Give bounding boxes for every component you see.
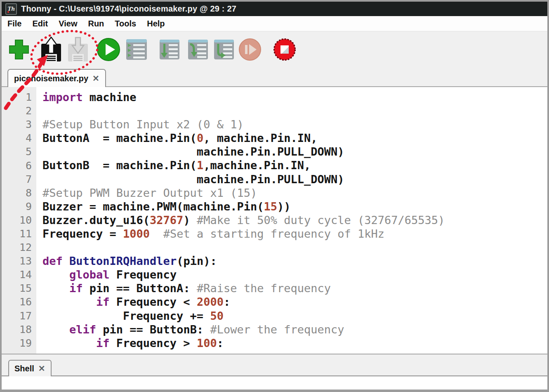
line-number: 1 bbox=[2, 91, 36, 103]
step-over-button[interactable] bbox=[159, 39, 180, 60]
code-line: 13def ButtonIRQHandler(pin): bbox=[2, 254, 547, 268]
menu-item-run[interactable]: Run bbox=[88, 19, 104, 28]
title-bar: Th Thonny - C:\Users\91974\piconoisemake… bbox=[2, 2, 547, 16]
thonny-logo-icon: Th bbox=[5, 3, 17, 15]
code-text: elif pin == ButtonB: #Lower the frequenc… bbox=[36, 323, 344, 336]
code-text: ButtonA = machine.Pin(0, machine.Pin.IN, bbox=[36, 131, 317, 145]
menu-item-tools[interactable]: Tools bbox=[115, 19, 136, 28]
debug-button[interactable] bbox=[125, 38, 148, 61]
code-line: 7 machine.Pin.PULL_DOWN) bbox=[2, 172, 547, 186]
code-text: if Frequency > 100: bbox=[36, 336, 224, 350]
shell-tab-close-icon[interactable]: ✕ bbox=[38, 364, 45, 373]
line-number: 6 bbox=[2, 160, 36, 172]
tab-piconoisemaker[interactable]: piconoisemaker.py ✕ bbox=[7, 69, 106, 87]
line-number: 5 bbox=[2, 146, 36, 158]
stop-button[interactable] bbox=[273, 38, 296, 61]
menu-item-help[interactable]: Help bbox=[147, 19, 165, 28]
code-line: 14 global Frequency bbox=[2, 268, 547, 281]
code-text: def ButtonIRQHandler(pin): bbox=[36, 254, 217, 268]
step-into-button[interactable] bbox=[187, 39, 209, 60]
step-out-button[interactable] bbox=[213, 39, 235, 60]
code-line: 1import machine bbox=[2, 90, 547, 104]
menu-item-edit[interactable]: Edit bbox=[32, 19, 48, 28]
code-line: 3#Setup Button Input x2 (0 & 1) bbox=[2, 118, 547, 131]
code-text: Frequency = 1000 #Set a starting frequen… bbox=[36, 227, 384, 241]
code-text: global Frequency bbox=[36, 268, 177, 281]
step-out-icon bbox=[213, 39, 235, 60]
code-line: 17 Frequency += 50 bbox=[2, 309, 547, 323]
resume-icon bbox=[238, 38, 262, 61]
menu-bar: FileEditViewRunToolsHelp bbox=[2, 16, 547, 31]
code-line: 19 if Frequency > 100: bbox=[2, 336, 547, 350]
save-download-icon bbox=[67, 37, 89, 62]
line-number: 2 bbox=[2, 105, 36, 117]
stop-icon bbox=[273, 38, 296, 61]
code-text: if Frequency < 2000: bbox=[36, 295, 230, 309]
save-file-button[interactable] bbox=[40, 37, 62, 62]
pane-splitter[interactable] bbox=[2, 354, 547, 359]
code-text: Buzzer = machine.PWM(machine.Pin(15)) bbox=[36, 200, 290, 213]
line-number: 18 bbox=[2, 324, 36, 335]
line-number: 14 bbox=[2, 269, 36, 281]
plus-icon bbox=[8, 39, 30, 60]
line-number: 8 bbox=[2, 187, 36, 199]
menu-item-view[interactable]: View bbox=[59, 19, 77, 28]
line-number: 12 bbox=[2, 241, 36, 253]
line-number: 10 bbox=[2, 214, 36, 226]
code-text: #Setup Button Input x2 (0 & 1) bbox=[36, 118, 244, 131]
thonny-window: Th Thonny - C:\Users\91974\piconoisemake… bbox=[0, 0, 549, 392]
step-into-icon bbox=[187, 39, 209, 60]
run-script-button[interactable] bbox=[97, 38, 120, 61]
line-number: 11 bbox=[2, 228, 36, 240]
line-number: 9 bbox=[2, 201, 36, 213]
code-text: Buzzer.duty_u16(32767) #Make it 50% duty… bbox=[36, 213, 445, 227]
code-text: machine.Pin.PULL_DOWN) bbox=[36, 172, 344, 186]
line-number: 4 bbox=[2, 132, 36, 144]
window-title: Thonny - C:\Users\91974\piconoisemaker.p… bbox=[21, 4, 236, 14]
save-all-button[interactable] bbox=[67, 37, 89, 62]
code-text: #Setup PWM Buzzer Output x1 (15) bbox=[36, 186, 257, 200]
play-icon bbox=[97, 38, 120, 61]
code-line: 2 bbox=[2, 104, 547, 118]
resume-button[interactable] bbox=[238, 38, 262, 61]
code-line: 8#Setup PWM Buzzer Output x1 (15) bbox=[2, 186, 547, 200]
code-line: 5 machine.Pin.PULL_DOWN) bbox=[2, 145, 547, 158]
tab-label: piconoisemaker.py bbox=[14, 74, 88, 83]
code-line: 11Frequency = 1000 #Set a starting frequ… bbox=[2, 227, 547, 241]
code-text: import machine bbox=[36, 90, 137, 104]
shell-panel[interactable] bbox=[2, 375, 547, 390]
line-number: 15 bbox=[2, 282, 36, 294]
code-text: if pin == ButtonA: #Raise the frequency bbox=[36, 281, 331, 295]
shell-tab-bar: Shell ✕ bbox=[2, 359, 547, 375]
code-line: 10Buzzer.duty_u16(32767) #Make it 50% du… bbox=[2, 213, 547, 227]
code-line: 12 bbox=[2, 241, 547, 254]
shell-tab-label: Shell bbox=[14, 364, 34, 373]
editor-tab-bar: piconoisemaker.py ✕ bbox=[2, 67, 547, 86]
step-over-icon bbox=[159, 39, 180, 60]
code-text: ButtonB = machine.Pin(1,machine.Pin.IN, bbox=[36, 158, 311, 172]
line-number: 19 bbox=[2, 337, 36, 349]
toolbar bbox=[2, 31, 547, 67]
code-text: Frequency += 50 bbox=[36, 309, 224, 323]
code-text: machine.Pin.PULL_DOWN) bbox=[36, 145, 344, 158]
code-line: 4ButtonA = machine.Pin(0, machine.Pin.IN… bbox=[2, 131, 547, 145]
code-line: 18 elif pin == ButtonB: #Lower the frequ… bbox=[2, 323, 547, 336]
screenshot-stage: Th Thonny - C:\Users\91974\piconoisemake… bbox=[0, 0, 549, 392]
tab-shell[interactable]: Shell ✕ bbox=[8, 360, 52, 376]
save-upload-icon bbox=[40, 37, 62, 62]
menu-item-file[interactable]: File bbox=[7, 19, 21, 28]
tab-close-icon[interactable]: ✕ bbox=[92, 74, 99, 83]
code-line: 9Buzzer = machine.PWM(machine.Pin(15)) bbox=[2, 200, 547, 213]
line-number: 13 bbox=[2, 255, 36, 267]
code-editor[interactable]: 1import machine23#Setup Button Input x2 … bbox=[2, 86, 547, 354]
code-line: 15 if pin == ButtonA: #Raise the frequen… bbox=[2, 281, 547, 295]
line-number: 7 bbox=[2, 173, 36, 185]
line-number: 16 bbox=[2, 296, 36, 308]
code-line: 6ButtonB = machine.Pin(1,machine.Pin.IN, bbox=[2, 158, 547, 172]
code-lines: 1import machine23#Setup Button Input x2 … bbox=[2, 90, 547, 350]
line-number: 3 bbox=[2, 118, 36, 130]
new-file-button[interactable] bbox=[8, 39, 30, 60]
code-line: 16 if Frequency < 2000: bbox=[2, 295, 547, 309]
debug-list-icon bbox=[125, 38, 148, 61]
line-number: 17 bbox=[2, 310, 36, 322]
